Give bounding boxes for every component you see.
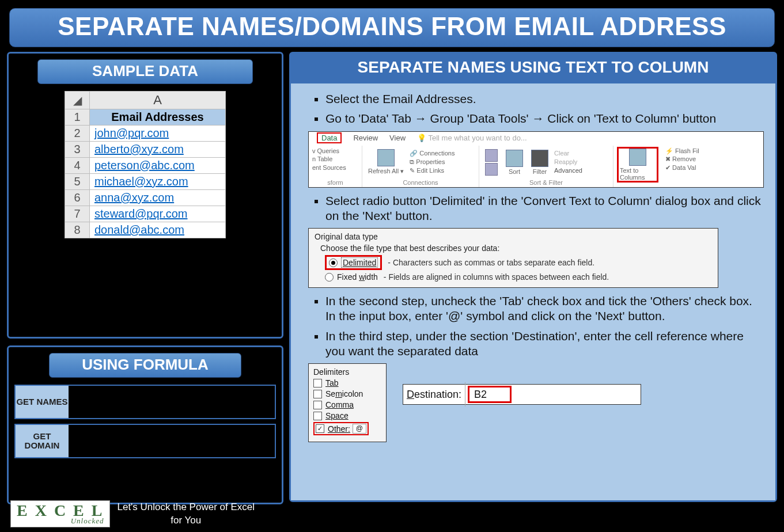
dialog-title: Original data type [315, 232, 712, 241]
fixed-width-label: Fixed width [337, 272, 378, 282]
comma-label: Comma [325, 400, 354, 409]
tab-review[interactable]: Review [353, 134, 378, 142]
get-domain-body [69, 425, 275, 457]
destination-label: Destination: [403, 382, 465, 406]
other-checkbox[interactable] [316, 424, 324, 433]
instructions-panel: SEPARATE NAMES USING TEXT TO COLUMN Sele… [289, 52, 777, 502]
sort-az-icon [485, 149, 498, 162]
email-cell: steward@pqr.com [94, 207, 187, 220]
destination-field: Destination: B2 [403, 384, 641, 405]
table-header-cell: Email Addresses [90, 109, 226, 126]
ribbon-item[interactable]: v Queries [312, 147, 358, 155]
row-header: 1 [65, 109, 90, 126]
text-to-columns-icon [629, 149, 646, 166]
sort-button[interactable]: Sort [503, 149, 525, 176]
ribbon-group-label: Sort & Filter [483, 179, 609, 186]
email-cell: anna@xyz.com [94, 191, 174, 204]
semicolon-label: Semicolon [325, 389, 363, 398]
delimiters-dialog: Delimiters Tab Semicolon Comma Space Oth… [308, 363, 387, 442]
delimited-label: Delimited [343, 258, 376, 267]
flash-fill-button[interactable]: ⚡ Flash Fil [665, 147, 699, 155]
email-cell: peterson@abc.com [94, 159, 195, 172]
using-formula-heading: USING FORMULA [49, 353, 241, 378]
comma-checkbox[interactable] [313, 401, 322, 409]
filter-icon [531, 150, 548, 167]
fixed-width-radio[interactable] [325, 273, 334, 282]
page-title: SEPARATE NAMES/DOMAINS FROM EMAIL ADDRES… [9, 8, 775, 47]
row-header: 5 [65, 174, 90, 190]
get-names-row: GET NAMES [14, 385, 276, 419]
clear-button[interactable]: Clear [554, 149, 582, 158]
ribbon-group-label: sform [312, 179, 358, 186]
properties-button[interactable]: ⧉ Properties [410, 158, 455, 166]
reapply-button[interactable]: Reapply [554, 158, 582, 166]
email-cell: michael@xyz.com [94, 175, 188, 188]
tab-view[interactable]: View [389, 134, 406, 142]
delimited-radio[interactable] [329, 259, 338, 267]
step-3: Select radio button 'Delimited' in the '… [325, 193, 764, 224]
excel-ribbon: Data Review View 💡 Tell me what you want… [308, 131, 764, 188]
arrow-icon: → [532, 112, 544, 125]
remove-dup-button[interactable]: ✖ Remove [665, 155, 699, 164]
row-header: 3 [65, 142, 90, 158]
sample-data-panel: SAMPLE DATA ◢A 1Email Addresses 2john@pq… [7, 52, 283, 339]
step-1: Select the Email Addresses. [325, 92, 764, 107]
get-domain-row: GET DOMAIN [14, 424, 276, 458]
instructions-heading: SEPARATE NAMES USING TEXT TO COLUMN [291, 54, 775, 83]
text-to-columns-button[interactable]: Text to Columns [617, 147, 658, 183]
space-label: Space [325, 411, 349, 420]
delimited-desc: - Characters such as commas or tabs sepa… [388, 258, 594, 267]
select-all-corner: ◢ [65, 92, 90, 109]
row-header: 7 [65, 206, 90, 222]
tab-label: Tab [325, 378, 339, 387]
sample-data-heading: SAMPLE DATA [37, 59, 253, 84]
row-header: 2 [65, 126, 90, 142]
ribbon-item[interactable]: ent Sources [312, 164, 358, 172]
original-data-type-dialog: Original data type Choose the file type … [308, 228, 718, 288]
other-label: Other: [328, 424, 350, 434]
delimiters-title: Delimiters [313, 367, 381, 377]
email-cell: alberto@xyz.com [94, 143, 184, 155]
get-domain-label: GET DOMAIN [16, 425, 69, 457]
data-validation-button[interactable]: ✔ Data Val [665, 164, 699, 172]
step-2: Go to 'Data' Tab → Group 'Data Tools' → … [325, 111, 764, 126]
row-header: 6 [65, 190, 90, 206]
edit-links-button[interactable]: ✎ Edit Links [410, 166, 455, 175]
row-header: 4 [65, 158, 90, 174]
step-4: In the second step, uncheck the 'Tab' ch… [325, 294, 764, 324]
semicolon-checkbox[interactable] [313, 390, 322, 398]
using-formula-panel: USING FORMULA GET NAMES GET DOMAIN [7, 345, 283, 504]
dialog-subtitle: Choose the file type that best describes… [320, 244, 712, 253]
connections-button[interactable]: 🔗 Connections [410, 149, 455, 158]
get-names-label: GET NAMES [16, 386, 69, 418]
destination-input[interactable]: B2 [468, 386, 512, 403]
col-header-a: A [90, 92, 226, 109]
space-checkbox[interactable] [313, 412, 322, 420]
ribbon-item[interactable]: n Table [312, 155, 358, 164]
ribbon-group-label: Connections [366, 179, 475, 186]
refresh-icon [377, 149, 395, 166]
arrow-icon: → [415, 112, 427, 125]
sort-za-icon [485, 163, 498, 176]
row-header: 8 [65, 222, 90, 238]
sort-az-button[interactable] [483, 148, 500, 177]
filter-button[interactable]: Filter [529, 149, 551, 176]
sort-icon [506, 150, 523, 167]
step-5: In the third step, under the section 'De… [325, 329, 764, 359]
fixed-width-desc: - Fields are aligned in columns with spa… [384, 272, 609, 282]
brand-logo: E X C E L Unlocked [10, 500, 110, 527]
sample-table: ◢A 1Email Addresses 2john@pqr.com 3alber… [65, 91, 226, 238]
brand-tagline: Let's Unlock the Power of Excel for You [117, 501, 255, 526]
other-input[interactable]: @ [353, 424, 366, 434]
advanced-button[interactable]: Advanced [554, 166, 582, 175]
get-names-body [69, 386, 275, 418]
tell-me-search[interactable]: 💡 Tell me what you want to do... [417, 134, 527, 142]
email-cell: donald@abc.com [94, 223, 184, 236]
footer: E X C E L Unlocked Let's Unlock the Powe… [10, 500, 255, 527]
tab-checkbox[interactable] [313, 379, 322, 387]
email-cell: john@pqr.com [94, 127, 169, 139]
tab-data[interactable]: Data [317, 132, 342, 143]
refresh-all-button[interactable]: Refresh All ▾ [366, 148, 406, 176]
